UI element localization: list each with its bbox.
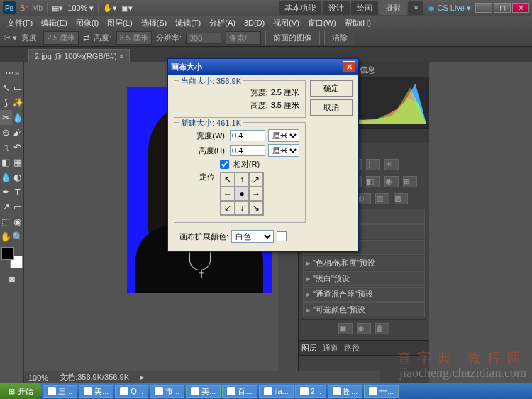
zoom-tool[interactable]: 🔍: [12, 229, 24, 244]
menu-image[interactable]: 图像(I): [73, 16, 101, 30]
eraser-tool[interactable]: ◧: [0, 155, 12, 170]
menu-file[interactable]: 文件(F): [4, 16, 35, 30]
start-button[interactable]: ⊞开始: [0, 383, 42, 399]
anchor-c[interactable]: ●: [235, 187, 249, 201]
cancel-button[interactable]: 取消: [310, 99, 353, 116]
3d-camera-tool[interactable]: ◉: [12, 214, 24, 229]
shape-tool[interactable]: ▭: [12, 200, 24, 214]
dialog-titlebar[interactable]: 画布大小 ✕: [168, 59, 358, 75]
extension-color-swatch[interactable]: [277, 231, 287, 241]
adj-footer-icon2[interactable]: ◉: [357, 323, 371, 334]
tool-handle[interactable]: ⋯»: [0, 65, 24, 80]
anchor-s[interactable]: ↓: [235, 201, 249, 215]
mini-bridge-icon[interactable]: Mb: [32, 4, 43, 12]
opt-res-unit[interactable]: 像素/...: [226, 31, 261, 45]
workspace-tab-photo[interactable]: 摄影: [379, 1, 406, 15]
anchor-n[interactable]: ↑: [235, 173, 249, 187]
menu-filter[interactable]: 滤镜(T): [172, 16, 204, 30]
task-item[interactable]: 2...: [295, 385, 326, 398]
task-item[interactable]: 百...: [222, 385, 257, 398]
task-item[interactable]: 一...: [364, 385, 399, 398]
menu-edit[interactable]: 编辑(E): [38, 16, 70, 30]
crop-tool-icon[interactable]: ✂ ▾: [4, 33, 17, 43]
anchor-w[interactable]: ←: [221, 187, 235, 201]
workspace-tab-design[interactable]: 设计: [323, 1, 350, 15]
task-item[interactable]: 美...: [186, 385, 221, 398]
new-width-unit[interactable]: 厘米: [268, 129, 299, 142]
menu-window[interactable]: 窗口(W): [305, 16, 339, 30]
foreground-color[interactable]: [1, 247, 14, 260]
adj-curves-icon[interactable]: ⎰: [366, 159, 380, 170]
anchor-grid[interactable]: ↖ ↑ ↗ ← ● → ↙ ↓ ↘: [220, 172, 264, 216]
preset-bw[interactable]: "黑白"预设: [303, 271, 425, 286]
adj-threshold-icon[interactable]: ◐: [357, 193, 371, 204]
hand-icon[interactable]: ✋▾: [103, 4, 117, 13]
bridge-icon[interactable]: Br: [20, 4, 28, 12]
menu-3d[interactable]: 3D(D): [241, 17, 267, 28]
opt-res-field[interactable]: 300: [186, 33, 221, 44]
menu-view[interactable]: 视图(V): [270, 16, 302, 30]
view-mode-icon[interactable]: ▦▾: [52, 4, 63, 13]
new-height-unit[interactable]: 厘米: [268, 144, 299, 157]
anchor-se[interactable]: ↘: [249, 201, 263, 215]
menu-analysis[interactable]: 分析(A): [206, 16, 238, 30]
wand-tool[interactable]: ✨: [12, 95, 24, 110]
swap-icon[interactable]: ⇄: [83, 33, 89, 43]
cslive-button[interactable]: ◉CS Live▾: [428, 4, 471, 13]
new-height-input[interactable]: [230, 145, 265, 156]
status-doc[interactable]: 文档:356.9K/356.9K: [60, 372, 129, 383]
brush-tool[interactable]: 🖌: [12, 125, 24, 140]
heal-tool[interactable]: ⊕: [0, 125, 12, 140]
path-tool[interactable]: ↗: [0, 200, 12, 214]
minimize-button[interactable]: —: [475, 3, 492, 13]
task-item[interactable]: Q...: [115, 385, 148, 398]
dialog-close-button[interactable]: ✕: [343, 61, 355, 72]
dodge-tool[interactable]: ◐: [12, 170, 24, 185]
status-arrow-icon[interactable]: ▸: [140, 373, 145, 382]
adj-gradient-icon[interactable]: ▧: [375, 193, 389, 204]
anchor-ne[interactable]: ↗: [249, 173, 263, 187]
front-image-button[interactable]: 前面的图像: [265, 31, 320, 45]
workspace-more[interactable]: »: [408, 1, 423, 15]
document-tab[interactable]: 2.jpg @ 100%(RGB/8#) ×: [28, 49, 130, 62]
workspace-tab-paint[interactable]: 绘画: [351, 1, 378, 15]
anchor-e[interactable]: →: [249, 187, 263, 201]
menu-help[interactable]: 帮助(H): [342, 16, 374, 30]
new-width-input[interactable]: [230, 130, 265, 141]
task-item[interactable]: 美...: [79, 385, 113, 398]
adj-exposure-icon[interactable]: ☀: [384, 159, 399, 170]
tab-info[interactable]: 信息: [360, 65, 375, 75]
tab-paths[interactable]: 路径: [344, 343, 360, 354]
ok-button[interactable]: 确定: [310, 80, 353, 97]
extension-color-select[interactable]: 白色: [231, 230, 274, 243]
task-item[interactable]: jia...: [259, 385, 294, 398]
preset-mixer[interactable]: "通道混合器"预设: [303, 287, 425, 302]
opt-height-field[interactable]: 3.5 厘米: [116, 31, 152, 45]
screen-mode-icon[interactable]: ▣▾: [121, 4, 133, 13]
stamp-tool[interactable]: ⎍: [0, 140, 12, 155]
status-zoom[interactable]: 100%: [28, 373, 48, 382]
task-item[interactable]: 市...: [150, 385, 184, 398]
opt-width-field[interactable]: 2.5 厘米: [43, 31, 79, 45]
history-brush-tool[interactable]: ↶: [12, 140, 24, 155]
anchor-nw[interactable]: ↖: [221, 173, 235, 187]
tab-layers[interactable]: 图层: [301, 343, 317, 354]
blur-tool[interactable]: 💧: [0, 170, 12, 185]
task-item[interactable]: 图...: [328, 385, 362, 398]
move-tool[interactable]: ↖: [0, 80, 12, 95]
menu-layer[interactable]: 图层(L): [104, 16, 135, 30]
adj-bw-icon[interactable]: ◧: [366, 176, 380, 187]
clear-button[interactable]: 清除: [324, 31, 355, 45]
tab-channels[interactable]: 通道: [323, 343, 338, 354]
eyedropper-tool[interactable]: 💧: [12, 110, 24, 125]
preset-hue[interactable]: "色相/饱和度"预设: [303, 256, 425, 270]
hand-tool[interactable]: ✋: [0, 229, 12, 244]
marquee-tool[interactable]: ▭: [12, 80, 24, 95]
adj-photo-icon[interactable]: ◉: [384, 176, 399, 187]
color-swatch[interactable]: [1, 247, 23, 268]
workspace-tab-basic[interactable]: 基本功能: [279, 1, 321, 15]
adj-selective-icon[interactable]: ▩: [394, 193, 408, 204]
crop-tool[interactable]: ✂: [0, 110, 12, 125]
task-item[interactable]: 三...: [43, 385, 77, 398]
relative-checkbox[interactable]: [220, 160, 229, 169]
